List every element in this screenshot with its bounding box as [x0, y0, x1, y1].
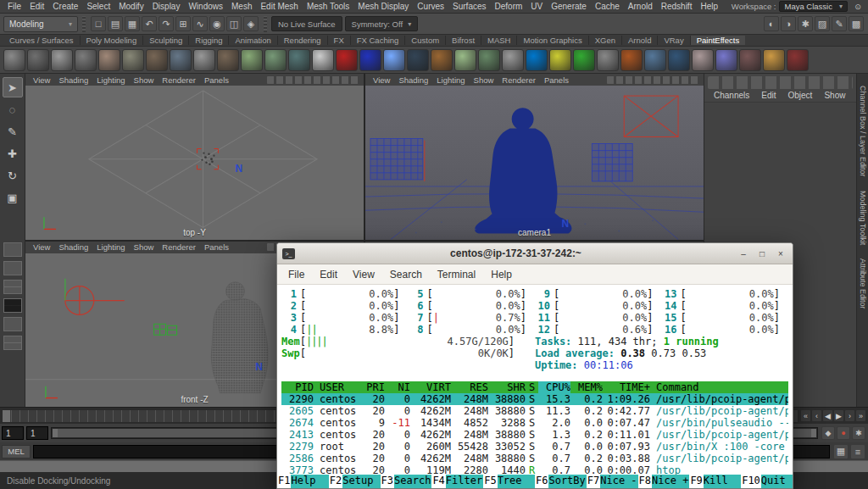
paint-select-tool-icon[interactable]: ✎	[3, 121, 23, 142]
viewport-menu-panels[interactable]: Panels	[200, 242, 233, 252]
layout-two-pane-side-button[interactable]	[3, 261, 22, 275]
viewport-menu-lighting[interactable]: Lighting	[92, 75, 129, 85]
menu-set-dropdown[interactable]: Modeling ▾	[3, 16, 78, 32]
channel-box-menu-edit[interactable]: Edit	[755, 91, 782, 100]
maya-menu-help[interactable]: Help	[696, 2, 722, 11]
maya-menu-surfaces[interactable]: Surfaces	[448, 2, 490, 11]
fkey-f1[interactable]: F1Help	[277, 475, 329, 488]
terminal-menu-edit[interactable]: Edit	[312, 267, 345, 282]
hypershade-icon[interactable]: ▨	[815, 16, 830, 31]
shelf-tab-xgen[interactable]: XGen	[588, 36, 621, 45]
symmetry-dropdown[interactable]: Symmetry: Off ▾	[345, 16, 419, 31]
terminal-menu-search[interactable]: Search	[382, 267, 430, 282]
viewport-menu-renderer[interactable]: Renderer	[158, 242, 200, 252]
shelf-icon-31[interactable]	[715, 49, 737, 71]
viewport-menu-show[interactable]: Show	[130, 75, 159, 85]
shelf-tab-vray[interactable]: VRay	[657, 36, 689, 45]
snap-curve-icon[interactable]: ∿	[192, 16, 208, 31]
fkey-f5[interactable]: F5Tree	[483, 475, 535, 488]
snap-grid-icon[interactable]: ⊞	[175, 16, 191, 31]
htop-column-virt[interactable]: VIRT	[410, 381, 451, 393]
shelf-icon-17[interactable]	[383, 49, 405, 71]
shelf-icon-25[interactable]	[573, 49, 595, 71]
shelf-icon-30[interactable]	[692, 49, 714, 71]
maya-menu-select[interactable]: Select	[82, 2, 114, 11]
snap-plane-icon[interactable]: ◫	[226, 16, 242, 31]
htop-column-res[interactable]: RES	[451, 381, 488, 393]
current-frame-marker[interactable]	[3, 410, 10, 422]
layout-two-pane-stacked-button[interactable]	[3, 280, 22, 294]
auto-key-icon[interactable]: ●	[837, 426, 850, 440]
select-tool-icon[interactable]: ➤	[3, 77, 23, 97]
paint-effects-icon[interactable]: ✎	[832, 16, 847, 31]
viewport-menu-panels[interactable]: Panels	[200, 75, 233, 85]
step-back-button[interactable]: ‹	[811, 409, 822, 422]
htop-column-cpu[interactable]: CPU%	[538, 381, 570, 393]
process-row-2290[interactable]: 2290centos2004262M248M38880S15.30.21:09.…	[281, 393, 788, 405]
shelf-tab-rigging[interactable]: Rigging	[188, 36, 228, 45]
fkey-f7[interactable]: F7Nice -	[587, 475, 638, 488]
shelf-icon-33[interactable]	[763, 49, 785, 71]
open-scene-icon[interactable]: ▤	[108, 16, 123, 31]
new-scene-icon[interactable]: □	[91, 16, 106, 31]
terminal-titlebar[interactable]: >_ centos@ip-172-31-37-242:~ – □ ×	[277, 243, 793, 264]
viewport-menu-show[interactable]: Show	[470, 75, 498, 85]
undo-icon[interactable]: ↶	[142, 16, 157, 31]
save-scene-icon[interactable]: ▦	[125, 16, 140, 31]
viewport-top[interactable]: ViewShadingLightingShowRendererPanels	[25, 74, 364, 240]
process-row-2279[interactable]: 2279root200260M5542833052S0.70.00:07.93/…	[281, 441, 788, 453]
maya-menu-mesh-tools[interactable]: Mesh Tools	[303, 2, 353, 11]
shelf-icon-3[interactable]	[51, 49, 73, 71]
viewport-menu-panels[interactable]: Panels	[540, 75, 573, 85]
step-forward-button[interactable]: ›	[844, 409, 855, 422]
shelf-icon-22[interactable]	[502, 49, 524, 71]
shelf-icon-5[interactable]	[98, 49, 120, 71]
maya-menu-edit[interactable]: Edit	[25, 2, 48, 11]
process-row-2674[interactable]: 2674centos9-111434M48523288S2.00.00:07.4…	[281, 417, 788, 429]
toggle-panel-icon[interactable]: ▩	[849, 16, 864, 31]
maya-menu-edit-mesh[interactable]: Edit Mesh	[256, 2, 302, 11]
layout-single-pane-button[interactable]	[3, 242, 22, 257]
shelf-icon-10[interactable]	[217, 49, 239, 71]
shelf-icon-2[interactable]	[27, 49, 49, 71]
go-to-start-button[interactable]: «	[800, 409, 811, 422]
command-grid-icon[interactable]: ▦	[833, 444, 849, 459]
sidebar-tab-modeling-toolkit[interactable]: Modeling Toolkit	[859, 191, 867, 245]
htop-column-user[interactable]: USER	[314, 381, 363, 393]
shelf-tab-bifrost[interactable]: Bifrost	[445, 36, 481, 45]
shelf-icon-32[interactable]	[739, 49, 761, 71]
viewport-menu-view[interactable]: View	[369, 75, 394, 85]
maya-menu-deform[interactable]: Deform	[491, 2, 527, 11]
viewport-menu-renderer[interactable]: Renderer	[498, 75, 540, 85]
maya-menu-cache[interactable]: Cache	[591, 2, 624, 11]
search-icon[interactable]: ⊙	[852, 2, 864, 12]
htop-column-pid[interactable]: PID	[281, 381, 314, 393]
shelf-icon-28[interactable]	[644, 49, 666, 71]
live-surface-field[interactable]: No Live Surface	[271, 16, 342, 31]
shelf-icon-8[interactable]	[170, 49, 192, 71]
viewport-icon-bar[interactable]	[607, 76, 700, 84]
maya-menu-uv[interactable]: UV	[526, 2, 547, 11]
rotate-tool-icon[interactable]: ↻	[3, 165, 23, 186]
layout-persp-outliner-button[interactable]	[3, 317, 22, 331]
shelf-tab-sculpting[interactable]: Sculpting	[142, 36, 188, 45]
fkey-f8[interactable]: F8Nice +	[638, 475, 690, 488]
shelf-icon-18[interactable]	[407, 49, 429, 71]
viewport-camera1[interactable]: ViewShadingLightingShowRendererPanels	[365, 74, 704, 240]
htop-column-ni[interactable]: NI	[385, 381, 410, 393]
script-editor-icon[interactable]: ≡	[850, 444, 865, 459]
fkey-f10[interactable]: F10Quit	[741, 475, 793, 488]
maya-menu-generate[interactable]: Generate	[547, 2, 591, 11]
sidebar-tab-attribute-editor[interactable]: Attribute Editor	[859, 258, 867, 309]
viewport-menu-view[interactable]: View	[29, 75, 54, 85]
htop-column-mem[interactable]: MEM%	[570, 381, 603, 393]
shelf-icon-26[interactable]	[597, 49, 619, 71]
viewport-menu-view[interactable]: View	[29, 242, 54, 252]
shelf-tab-motion-graphics[interactable]: Motion Graphics	[516, 36, 587, 45]
fkey-f3[interactable]: F3Search	[381, 475, 432, 488]
htop-column-time[interactable]: TIME+	[603, 381, 650, 393]
render-settings-icon[interactable]: ✱	[798, 16, 813, 31]
status-group-separator[interactable]	[264, 16, 267, 32]
fkey-f2[interactable]: F2Setup	[329, 475, 381, 488]
shelf-tab-rendering[interactable]: Rendering	[277, 36, 327, 45]
